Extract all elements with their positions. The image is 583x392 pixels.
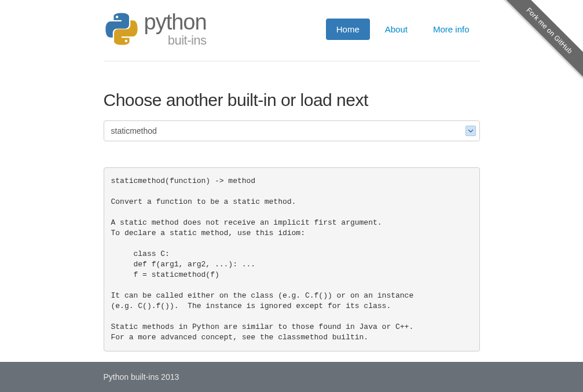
doc-output: staticmethod(function) -> method Convert…	[104, 167, 480, 351]
python-logo-icon	[104, 9, 140, 49]
builtin-select-button[interactable]	[465, 126, 476, 136]
page-title: Choose another built-in or load next	[104, 90, 480, 110]
logo-sub-text: buit-ins	[144, 34, 207, 47]
logo-main-text: python	[144, 11, 207, 33]
content: Choose another built-in or load next sta…	[104, 61, 480, 351]
nav-more-info[interactable]: More info	[423, 19, 480, 40]
github-ribbon: Fork me on GitHub	[496, 0, 583, 87]
logo[interactable]: python buit-ins	[104, 9, 207, 49]
chevron-down-icon	[468, 129, 474, 133]
builtin-select[interactable]: staticmethod	[104, 120, 480, 141]
nav-home[interactable]: Home	[326, 19, 370, 40]
footer-text: Python built-ins 2013	[104, 372, 179, 382]
header: python buit-ins Home About More info	[104, 0, 480, 61]
footer: Python built-ins 2013	[0, 362, 583, 392]
github-ribbon-link[interactable]: Fork me on GitHub	[503, 0, 583, 78]
nav-about[interactable]: About	[375, 19, 418, 40]
builtin-select-value: staticmethod	[111, 126, 465, 135]
nav: Home About More info	[326, 19, 480, 40]
